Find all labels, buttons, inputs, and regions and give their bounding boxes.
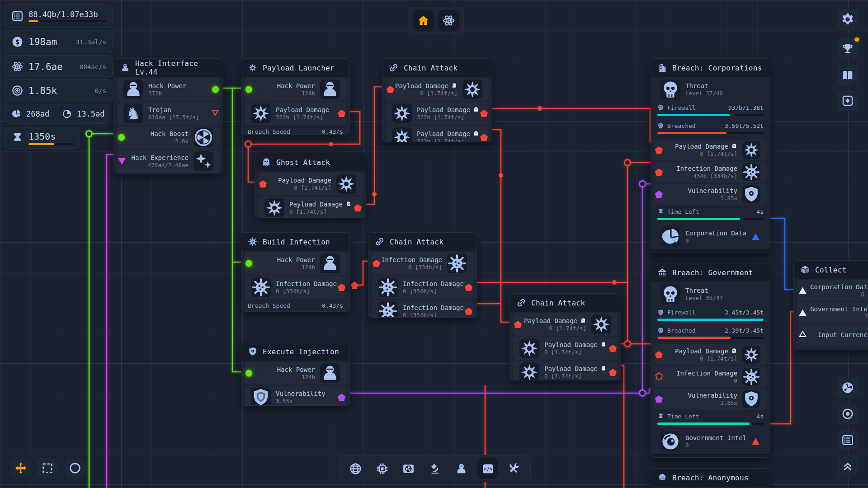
hack-power-input-port[interactable] <box>245 86 252 93</box>
increase-threat-button[interactable]: Increase Threat <box>710 455 770 458</box>
hack-experience-input-port[interactable] <box>118 158 126 165</box>
panel-collect[interactable]: Collect Corporation Data6.4 Government I… <box>793 260 868 350</box>
hack-power-row[interactable]: Hack Power124b <box>245 252 346 275</box>
increase-threat-button[interactable]: Increase Threat <box>710 250 770 253</box>
panel-payload-launcher[interactable]: Payload Launcher Hack Power124b Payload … <box>241 58 350 135</box>
panel-header[interactable]: Chain Attack <box>510 294 621 312</box>
panel-chain-attack-3[interactable]: Chain Attack Payload Damage0 [1.74t/s] P… <box>509 293 621 380</box>
vulnerability-input-row[interactable]: Vulnerability1.85x <box>654 389 767 409</box>
infection-damage-output-row[interactable]: Infection Damage0 [334b/s] <box>372 300 473 318</box>
government-intel-input-port[interactable] <box>799 310 807 316</box>
move-tool-button[interactable] <box>10 458 31 479</box>
infection-damage-output-port[interactable] <box>338 284 345 291</box>
panel-header[interactable]: Build Infection <box>241 233 349 251</box>
library-button[interactable] <box>837 65 858 86</box>
vulnerability-input-port[interactable] <box>655 191 663 198</box>
payload-damage-output-row[interactable]: Payload Damage322b [1.74t/s] <box>386 102 489 125</box>
panel-header[interactable]: Hack Interface Lv.44 <box>114 59 223 77</box>
payload-damage-output-port[interactable] <box>480 110 488 117</box>
payload-damage-output-row[interactable]: Payload Damage0 [1.74t/s] <box>513 337 618 360</box>
hack-power-input-port[interactable] <box>245 260 252 267</box>
infection-damage-input-port[interactable] <box>373 260 380 267</box>
hack-boost-row[interactable]: Hack Boost2.6x <box>117 126 220 149</box>
payload-damage-input-row[interactable]: Payload Damage0 [1.74t/s] <box>513 313 618 336</box>
infection-damage-output-row[interactable]: Infection Damage0 [334b/s] <box>372 276 473 299</box>
panel-header[interactable]: Breach: Government <box>651 263 770 282</box>
panel-header[interactable]: Payload Launcher <box>241 59 349 77</box>
payload-damage-input-port[interactable] <box>655 351 663 358</box>
payload-damage-output-port[interactable] <box>354 204 362 211</box>
panel-breach-government[interactable]: Breach: Government ThreatLevel 35/37 Fir… <box>651 263 770 458</box>
payload-damage-output-port[interactable] <box>609 369 617 376</box>
panel-header[interactable]: Execute Injection <box>241 343 349 361</box>
inventory-button[interactable] <box>837 90 858 111</box>
infection-damage-row[interactable]: Infection Damage0 [334b/s] <box>245 276 346 299</box>
payload-damage-input-port[interactable] <box>259 180 267 188</box>
government-intel-row[interactable]: Government Intel0 <box>654 430 767 453</box>
vulnerability-input-port[interactable] <box>655 395 663 403</box>
vulnerability-row[interactable]: Vulnerability3.55x <box>245 386 346 406</box>
panel-header[interactable]: Chain Attack <box>382 59 492 77</box>
input-currency-row[interactable]: Input Currency <box>797 324 868 345</box>
tools-tab-button[interactable] <box>504 458 525 479</box>
government-intel-output-port[interactable] <box>752 438 760 445</box>
infection-damage-output-port[interactable] <box>465 284 472 291</box>
center-view-button[interactable] <box>837 404 858 424</box>
hack-power-input-port[interactable] <box>245 370 252 377</box>
hack-boost-input-port[interactable] <box>118 134 125 141</box>
corporation-data-input-port[interactable] <box>799 287 807 294</box>
infection-damage-input-row[interactable]: Infection Damage0 <box>654 366 767 387</box>
corporation-data-output-port[interactable] <box>752 234 760 240</box>
settings-button[interactable] <box>837 9 858 30</box>
trojan-row[interactable]: Trojan616aa [17.5t/s] <box>117 102 220 125</box>
network-tab-button[interactable] <box>345 458 366 479</box>
payload-damage-input-row[interactable]: Payload Damage0 [1.74t/s] <box>654 140 767 160</box>
payload-damage-output-row[interactable]: Payload Damage0 [1.74t/s] <box>513 361 618 380</box>
payload-damage-input-row[interactable]: Payload Damage0 [1.74t/s] <box>654 344 767 365</box>
panel-header[interactable]: Ghost Attack <box>255 153 366 171</box>
panel-ghost-attack[interactable]: Ghost Attack Payload Damage0 [1.74t/s] P… <box>255 153 366 218</box>
reduce-threat-button[interactable]: Reduce Threat <box>651 455 710 458</box>
log-button[interactable] <box>837 430 858 450</box>
panel-header[interactable]: Collect <box>794 261 868 279</box>
panel-breach-anonymous[interactable]: Breach: Anonymous <box>651 468 770 488</box>
hardware-tab-button[interactable] <box>372 458 392 479</box>
payload-damage-output-port[interactable] <box>609 345 617 352</box>
government-intel-input-row[interactable]: Government Intel79 <box>797 302 868 323</box>
panel-header[interactable]: Chain Attack <box>368 233 476 251</box>
infection-damage-input-row[interactable]: Infection Damage0 [334b/s] <box>372 252 473 275</box>
payload-damage-input-row[interactable]: Payload Damage0 [1.74t/s] <box>258 173 363 195</box>
panel-breach-corporations[interactable]: Breach: Corporations ThreatLevel 37/40 F… <box>651 58 770 253</box>
panel-execute-injection[interactable]: Execute Injection Hack Power124b Vulnera… <box>241 342 350 406</box>
input-currency-port[interactable] <box>799 331 807 339</box>
hack-power-row[interactable]: Hack Power124b <box>245 362 346 385</box>
payload-damage-row[interactable]: Payload Damage322b [1.74t/s] <box>245 102 346 125</box>
hack-power-row[interactable]: Hack Power124b <box>245 78 346 101</box>
infection-damage-input-port[interactable] <box>655 372 663 382</box>
hack-experience-row[interactable]: Hack Experience470ad/2.48ae <box>117 150 220 173</box>
panel-hack-interface[interactable]: Hack Interface Lv.44 Hack Power372b Troj… <box>113 58 223 174</box>
hack-power-output-port[interactable] <box>212 86 219 93</box>
payload-damage-output-row[interactable]: Payload Damage0 [1.74t/s] <box>258 197 363 218</box>
payload-damage-output-port[interactable] <box>480 134 488 141</box>
corporation-data-row[interactable]: Corporation Data0 <box>654 225 767 248</box>
vulnerability-input-row[interactable]: Vulnerability1.85x <box>654 184 767 205</box>
panel-header[interactable]: Breach: Corporations <box>651 59 770 77</box>
achievements-button[interactable] <box>837 38 858 59</box>
payload-damage-output-port[interactable] <box>338 110 345 117</box>
corporation-data-input-row[interactable]: Corporation Data6.4 <box>797 280 868 301</box>
infection-damage-input-row[interactable]: Infection Damage434b [334b/s] <box>654 162 767 183</box>
collapse-button[interactable] <box>837 456 858 477</box>
vulnerability-output-port[interactable] <box>338 394 345 401</box>
panel-chain-attack-1[interactable]: Chain Attack Payload Damage0 [1.74t/s] P… <box>382 58 492 142</box>
payload-damage-output-row[interactable]: Payload Damage322b [1.74t/s] <box>386 126 489 142</box>
panel-chain-attack-2[interactable]: Chain Attack Infection Damage0 [334b/s] … <box>368 232 477 318</box>
hacker-tab-button[interactable] <box>451 458 472 479</box>
payload-damage-input-port[interactable] <box>655 146 663 154</box>
trojan-output-port[interactable] <box>212 109 219 118</box>
payload-damage-input-port[interactable] <box>514 321 522 328</box>
panel-header[interactable]: Breach: Anonymous <box>651 469 770 487</box>
infection-damage-output-port[interactable] <box>465 308 472 315</box>
select-tool-button[interactable] <box>37 458 58 479</box>
reduce-threat-button[interactable]: Reduce Threat <box>651 250 710 253</box>
